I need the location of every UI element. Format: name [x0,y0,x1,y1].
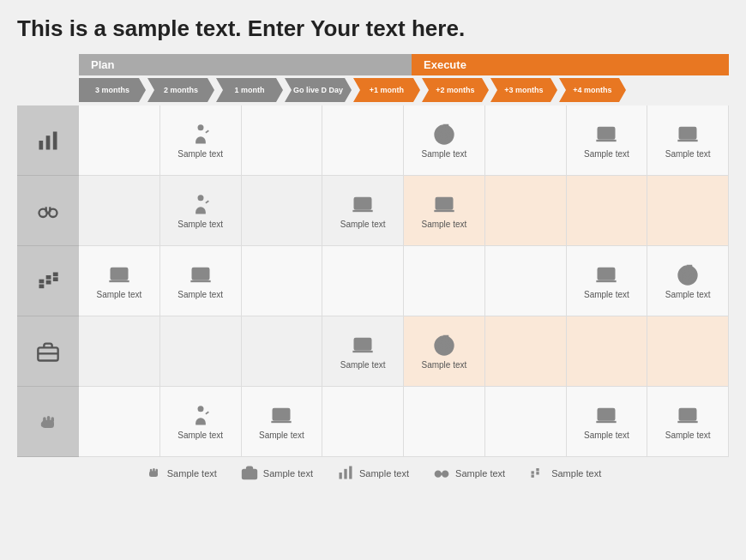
timeline-arrow-5: +1 month [353,78,420,102]
cell-text: Sample text [177,149,223,159]
grid-cell-1-1 [79,105,160,175]
cell-text: Sample text [177,431,223,440]
laptop-icon [349,193,376,217]
grid-row-3: Sample textSample textSample textSample … [79,246,729,316]
svg-rect-60 [440,473,442,475]
svg-rect-2 [53,131,57,149]
grid-cell-5-6 [485,387,567,456]
binoculars-legend-icon [433,464,450,483]
svg-rect-57 [349,467,352,479]
grid-content: Sample textSample textSample textSample … [79,105,729,457]
cell-text: Sample text [584,149,629,159]
svg-rect-51 [150,469,153,473]
svg-rect-13 [53,277,58,281]
timeline-arrow-8: +4 months [559,78,626,102]
svg-rect-17 [43,417,46,422]
legend-item-1: Sample text [145,464,217,483]
grid-cell-2-7 [567,176,648,245]
timeline-arrow-1: 3 months [79,78,146,102]
cell-text: Sample text [665,431,711,440]
grid-cell-5-1 [79,387,160,456]
legend-item-4: Sample text [433,464,505,483]
grid-cell-4-4: Sample text [322,316,404,386]
svg-rect-34 [192,268,208,279]
phase-execute: Execute [412,54,729,75]
legend-text-5: Sample text [551,468,601,479]
grid-cell-2-5: Sample text [404,176,485,245]
svg-rect-12 [53,272,58,276]
svg-rect-10 [46,275,51,280]
grid-row-5: Sample textSample textSample textSample … [79,387,729,457]
svg-rect-54 [243,470,257,479]
briefcase-legend-icon [241,464,258,483]
timeline-arrow-6: +2 months [422,78,489,102]
grid-cell-1-3 [242,105,323,175]
laptop-icon [593,404,620,428]
fist-icon [36,410,60,434]
grid-cell-2-4: Sample text [322,176,404,245]
laptop-icon [430,193,458,217]
grid-cell-3-6 [485,246,567,316]
grid-cell-3-1: Sample text [79,246,160,316]
svg-rect-47 [274,408,290,419]
cell-text: Sample text [421,220,466,229]
svg-rect-56 [344,469,346,479]
svg-rect-31 [355,197,371,208]
svg-rect-61 [532,471,534,473]
legend-text-1: Sample text [167,468,217,479]
grid-row-4: Sample textSample text [79,316,729,387]
grid-cell-1-5: Sample text [404,105,485,175]
svg-line-22 [205,130,208,132]
row-icon-4 [17,316,79,387]
cell-text: Sample text [584,431,629,440]
cell-text: Sample text [340,360,386,370]
svg-point-45 [197,406,203,412]
grid-cell-4-8 [647,316,729,386]
target-icon [430,123,458,147]
svg-rect-40 [355,338,371,349]
svg-rect-8 [39,279,45,283]
target-icon [430,334,458,358]
grid-cell-2-6 [485,176,567,245]
stackedbar-icon [36,269,60,293]
laptop-icon [105,263,133,287]
legend: Sample text Sample text Sample text Samp… [17,464,729,483]
svg-rect-33 [111,268,128,279]
grid-cell-1-8: Sample text [647,105,729,175]
svg-point-38 [686,273,690,277]
grid-cell-2-8 [647,176,729,245]
laptop-icon [187,263,214,287]
cell-text: Sample text [584,290,629,299]
timeline-arrow-3: 1 month [216,78,283,102]
cell-text: Sample text [665,290,711,299]
page-title: This is a sample text. Enter Your text h… [17,15,729,42]
svg-rect-18 [47,416,51,421]
cell-text: Sample text [259,431,304,440]
svg-point-59 [442,471,448,477]
row-icon-5 [17,387,79,457]
cell-text: Sample text [421,149,466,159]
grid-cell-2-3 [242,176,323,245]
target-icon [674,263,701,287]
cell-text: Sample text [421,360,466,370]
phase-plan: Plan [79,54,412,75]
cell-text: Sample text [177,290,223,299]
grid-cell-1-6 [485,105,567,175]
row-icon-3 [17,246,79,316]
legend-item-5: Sample text [529,464,601,483]
laptop-icon [593,123,620,147]
svg-point-29 [197,195,203,201]
grid-cell-5-5 [404,387,485,456]
svg-rect-1 [46,135,51,149]
timeline-arrow-2: 2 months [147,78,214,102]
svg-rect-9 [39,284,45,288]
cell-text: Sample text [665,149,711,159]
cell-text: Sample text [177,220,223,229]
person-icon [187,193,214,217]
svg-line-46 [205,412,208,413]
fist-legend-icon [145,464,162,483]
svg-point-43 [442,343,447,347]
grid-cell-4-2 [160,316,242,386]
grid-row-2: Sample textSample textSample text [79,176,729,246]
svg-rect-11 [46,280,51,284]
